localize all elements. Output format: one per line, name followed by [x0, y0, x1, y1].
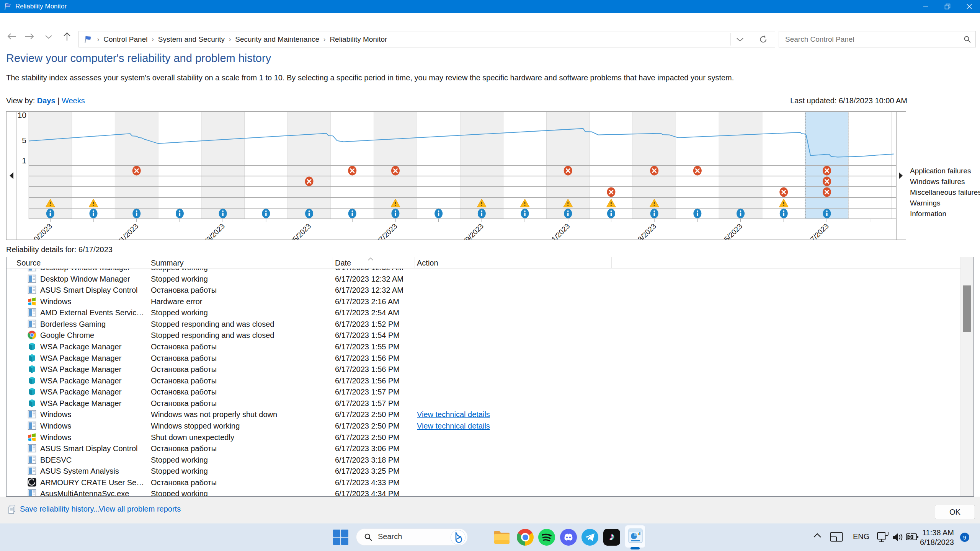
search-input[interactable] [784, 31, 954, 47]
back-icon[interactable] [7, 32, 17, 41]
address-dropdown-chevron-icon[interactable] [737, 38, 743, 42]
scroll-right-icon[interactable] [899, 172, 903, 179]
chrome-icon[interactable] [517, 529, 534, 546]
ok-button[interactable]: OK [935, 505, 975, 519]
date-cell: 6/17/2023 1:57 PM [335, 388, 400, 396]
table-row[interactable]: Desktop Window ManagerStopped working6/1… [7, 273, 960, 285]
view-all-problem-reports-link[interactable]: View all problem reports [99, 505, 181, 514]
table-row[interactable]: WSA Package ManagerОстановка работы6/17/… [7, 375, 960, 386]
summary-cell: Stopped working [151, 456, 208, 465]
search-icon[interactable] [964, 36, 971, 43]
table-row[interactable]: ASUS Smart Display ControlОстановка рабо… [7, 443, 960, 454]
clock[interactable]: 11:38 AM 6/18/2023 [920, 528, 954, 547]
table-row[interactable]: ARMOURY CRATE User Session Hel...Останов… [7, 477, 960, 488]
view-by-days-link[interactable]: Days [37, 96, 56, 105]
table-row[interactable]: WSA Package ManagerОстановка работы6/17/… [7, 341, 960, 352]
column-header-action[interactable]: Action [417, 259, 438, 267]
forward-icon[interactable] [24, 32, 34, 41]
breadcrumb-item[interactable]: Reliability Monitor [330, 35, 387, 44]
x-axis-date-label: 6/3/2023 [201, 222, 226, 240]
table-row[interactable]: WindowsShut down unexpectedly6/17/2023 2… [7, 432, 960, 443]
notification-badge[interactable]: 9 [960, 533, 969, 542]
stability-chart: 10515/30/20236/1/20236/3/20236/5/20236/7… [6, 111, 906, 240]
sort-ascending-icon [368, 258, 374, 261]
eject-hardware-icon[interactable] [877, 532, 889, 543]
table-row[interactable]: WindowsWindows was not properly shut dow… [7, 409, 960, 420]
tiktok-icon[interactable]: ♪ [603, 529, 620, 546]
table-header[interactable]: SourceSummaryDateAction [7, 257, 973, 269]
source-cell: AsusMultiAntennaSvc.exe [40, 489, 147, 497]
breadcrumb-item[interactable]: Control Panel [103, 35, 147, 44]
address-bar[interactable]: ›Control Panel›System and Security›Secur… [78, 31, 775, 47]
scrollbar-thumb[interactable] [963, 285, 971, 332]
table-row[interactable]: WSA Package ManagerОстановка работы6/17/… [7, 386, 960, 398]
breadcrumb-item[interactable]: Security and Maintenance [235, 35, 319, 44]
column-header-date[interactable]: Date [335, 259, 351, 267]
control-panel-search[interactable] [779, 31, 976, 47]
up-icon[interactable] [62, 32, 72, 41]
error-icon [391, 166, 400, 176]
telegram-icon[interactable] [581, 529, 598, 546]
taskbar-reliability-monitor-icon[interactable] [625, 525, 645, 548]
bing-icon[interactable] [451, 530, 466, 545]
spotify-icon[interactable] [538, 529, 555, 546]
source-cell: Windows [40, 433, 147, 442]
restore-button[interactable] [936, 0, 958, 13]
details-table: SourceSummaryDateAction Desktop Window M… [6, 257, 974, 497]
info-icon [521, 209, 529, 218]
refresh-icon[interactable] [759, 35, 768, 44]
armoury-crate-icon [27, 478, 37, 487]
start-button-icon[interactable] [332, 529, 349, 546]
error-icon [823, 177, 831, 186]
table-row[interactable]: Google ChromeStopped responding and was … [7, 329, 960, 341]
view-technical-details-link[interactable]: View technical details [417, 410, 490, 419]
table-row[interactable]: WSA Package ManagerОстановка работы6/17/… [7, 364, 960, 375]
info-icon [607, 209, 615, 218]
taskbar-search[interactable]: Search [356, 528, 468, 546]
info-icon [737, 209, 745, 218]
column-header-summary[interactable]: Summary [151, 259, 184, 267]
view-by-weeks-link[interactable]: Weeks [62, 96, 85, 105]
touch-keyboard-icon[interactable] [830, 532, 843, 542]
summary-cell: Остановка работы [151, 286, 217, 295]
discord-icon[interactable] [560, 529, 577, 546]
breadcrumb-item[interactable]: System and Security [158, 35, 225, 44]
date-cell: 6/17/2023 4:34 PM [335, 489, 400, 497]
date-cell: 6/17/2023 3:06 PM [335, 444, 400, 453]
hidden-icons-chevron-icon[interactable] [813, 533, 822, 538]
table-row[interactable]: WSA Package ManagerОстановка работы6/17/… [7, 398, 960, 409]
summary-cell: Остановка работы [151, 365, 217, 374]
reliability-monitor-window: Reliability Monitor ›Control Panel›Syste… [0, 0, 980, 551]
table-row[interactable]: ASUS Smart Display ControlОстановка рабо… [7, 284, 960, 296]
breadcrumb-root-flag-icon[interactable] [84, 35, 93, 44]
info-icon [90, 209, 98, 218]
info-icon [391, 209, 399, 218]
date-cell: 6/17/2023 12:32 AM [335, 286, 403, 295]
table-row[interactable]: WindowsWindows stopped working6/17/2023 … [7, 420, 960, 432]
language-indicator[interactable]: ENG [853, 532, 869, 541]
volume-icon[interactable] [892, 532, 903, 542]
header-divider [611, 257, 612, 268]
table-row[interactable]: AMD External Events Service ModuleStoppe… [7, 307, 960, 318]
minimize-button[interactable] [915, 0, 936, 13]
column-header-source[interactable]: Source [16, 259, 41, 267]
table-row[interactable]: WindowsHardware error6/17/2023 2:16 AM [7, 296, 960, 307]
battery-charging-icon[interactable] [906, 533, 919, 541]
table-row[interactable]: WSA Package ManagerОстановка работы6/17/… [7, 352, 960, 364]
date-cell: 6/17/2023 1:56 PM [335, 365, 400, 374]
x-axis-date-label: 6/9/2023 [459, 222, 485, 240]
table-row[interactable]: Borderless GamingStopped responding and … [7, 318, 960, 330]
summary-cell: Windows was not properly shut down [151, 410, 277, 419]
vertical-scrollbar[interactable] [960, 257, 973, 496]
close-button[interactable] [958, 0, 980, 13]
save-reliability-history-link[interactable]: Save reliability history... [20, 505, 100, 514]
recent-pages-chevron-icon[interactable] [45, 35, 52, 39]
error-icon [132, 166, 141, 176]
view-technical-details-link[interactable]: View technical details [417, 422, 490, 430]
table-row[interactable]: AsusMultiAntennaSvc.exeStopped working6/… [7, 488, 960, 497]
table-row[interactable]: BDESVCStopped working6/17/2023 3:18 PM [7, 454, 960, 466]
table-row[interactable]: ASUS System AnalysisStopped working6/17/… [7, 465, 960, 477]
date-cell: 6/17/2023 2:16 AM [335, 297, 399, 306]
file-explorer-icon[interactable] [493, 529, 510, 546]
scroll-left-icon[interactable] [10, 172, 13, 179]
